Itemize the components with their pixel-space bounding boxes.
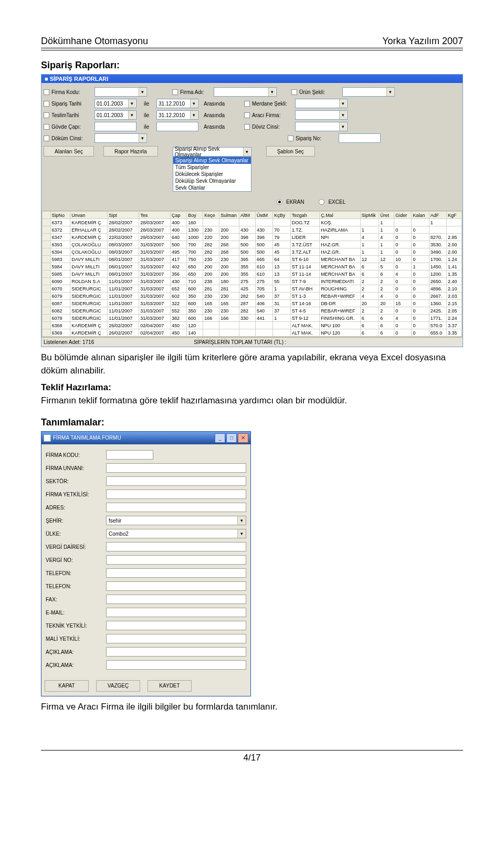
grid-header[interactable]: KgF [446, 212, 461, 219]
grid-header[interactable]: Tezgah [290, 212, 319, 219]
table-row[interactable]: 6070SIDERURGIC11/01/200731/03/2007652600… [43, 285, 462, 293]
vazgec-button[interactable]: VAZGEÇ [96, 680, 140, 692]
date-teslim-to[interactable]: 31.12.2010▾ [156, 110, 198, 120]
combo-merdane-sekli[interactable]: ▾ [295, 99, 348, 108]
form-input[interactable] [106, 660, 246, 670]
table-row[interactable]: 6372ERHALLAR Ç28/02/200728/03/2007400130… [43, 226, 462, 234]
filter-dropdown-item[interactable]: Dökülüp Sevk Olmayanlar [173, 178, 251, 184]
grid-header[interactable]: Çap [171, 212, 187, 219]
form-input[interactable] [106, 555, 246, 565]
combo-doviz-cinsi[interactable]: ▾ [295, 122, 348, 131]
table-row[interactable]: 5984DAVY MILLTI08/01/200731/03/200740265… [43, 263, 462, 270]
filter-type-dropdown[interactable]: Siparişi Alınıp Sevk OlmayanlarTüm Sipar… [173, 157, 251, 192]
filter-dropdown-item[interactable]: Dökülecek Siparişler [173, 171, 251, 178]
chk-merdane-sekli[interactable] [244, 101, 250, 107]
grid-header[interactable]: Boy [187, 212, 203, 219]
filter-dropdown-item[interactable]: Siparişi Alınıp Sevk Olmayanlar [173, 157, 251, 164]
table-row[interactable]: 6082SIDERURGIC11/01/200731/03/2007552350… [43, 307, 462, 315]
grid-header[interactable]: AltM [239, 212, 256, 219]
form-combo[interactable]: fsehir▾ [106, 516, 246, 525]
input-govde-capi-from[interactable] [94, 122, 136, 131]
chk-govde-capi[interactable] [44, 124, 49, 130]
chk-siparis-no[interactable] [288, 136, 293, 141]
chk-araci-firma[interactable] [244, 112, 250, 118]
grid-header[interactable]: Kalan [412, 212, 429, 219]
window-titlebar[interactable]: ■ SİPARİŞ RAPORLARI [41, 75, 463, 83]
radio-excel[interactable] [319, 199, 324, 205]
chk-siparis-tarihi[interactable] [44, 101, 49, 107]
table-row[interactable]: 6368KARDEMİR Ç26/02/200702/04/2007450120… [43, 322, 462, 329]
date-siparis-from[interactable]: 01.01.2003▾ [94, 99, 136, 108]
combo-firma-adi[interactable]: ▾ [214, 87, 277, 97]
form-input[interactable] [106, 568, 246, 578]
table-row[interactable]: 6369KARDEMİR Ç26/02/200702/04/2007450140… [43, 329, 462, 337]
grid-header[interactable]: Sulman [219, 212, 239, 219]
form-input[interactable] [106, 634, 246, 643]
form-input[interactable] [106, 621, 246, 630]
sablon-sec-button[interactable]: Şablon Seç [266, 146, 315, 157]
filter-dropdown-item[interactable]: Sevk Olanlar [173, 184, 251, 191]
chk-firma-adi[interactable] [172, 89, 178, 95]
grid-header[interactable]: SipNo [50, 212, 70, 219]
grid-header[interactable]: Keçe [203, 212, 219, 219]
grid-header[interactable]: Üret [379, 212, 394, 219]
chk-firma-kodu[interactable] [44, 89, 49, 95]
table-row[interactable]: 5983DAVY MILLTI08/01/200731/03/200741775… [43, 256, 462, 263]
grid-cell [429, 226, 446, 234]
table-row[interactable]: 6079SIDERURGIC11/01/200731/03/2007602350… [43, 293, 462, 300]
filter-type-combo[interactable]: Siparişi Alınıp Sevk Olmayanlar▾ [173, 147, 251, 157]
minimize-button[interactable]: _ [215, 433, 225, 443]
form-input[interactable] [106, 450, 153, 460]
grid-header[interactable]: Ç.Mal [320, 212, 361, 219]
form-input[interactable] [106, 476, 246, 486]
grid-header[interactable]: KçBy [273, 212, 290, 219]
rapor-hazirla-button[interactable]: Rapor Hazırla [103, 146, 158, 157]
radio-ekran[interactable] [277, 199, 282, 205]
table-row[interactable]: 6373KARDEMİR Ç28/02/200728/03/2007400160… [43, 219, 462, 226]
input-govde-capi-to[interactable] [156, 122, 198, 131]
grid-header[interactable]: Gider [394, 212, 412, 219]
table-row[interactable]: 6078SIDERURGIC11/01/200731/03/2007382600… [43, 315, 462, 322]
form-input[interactable] [106, 463, 246, 473]
table-row[interactable]: 5985DAVY MILLTI08/01/200731/03/200735665… [43, 270, 462, 278]
grid-header[interactable]: ÜstM [256, 212, 273, 219]
grid-header[interactable]: Unvan [70, 212, 108, 219]
table-row[interactable]: 6394ÇOLAKOĞLU08/03/200731/03/20074957002… [43, 248, 462, 256]
form-input[interactable] [106, 608, 246, 617]
date-siparis-to[interactable]: 31.12.2010▾ [156, 99, 198, 108]
grid-header[interactable]: AdF [429, 212, 446, 219]
grid-header[interactable]: SipMik [360, 212, 379, 219]
input-siparis-no[interactable] [339, 133, 381, 143]
grid-header[interactable]: Tes [139, 212, 171, 219]
table-row[interactable]: 6090ROLDAN S.A11/01/200731/03/2007430710… [43, 278, 462, 285]
grid-cell: 2.00 [446, 241, 461, 248]
form-input[interactable] [106, 542, 246, 551]
form-titlebar[interactable]: FİRMA TANIMLAMA FORMU _ □ ✕ [41, 432, 250, 444]
form-input[interactable] [106, 647, 246, 657]
close-button[interactable]: ✕ [238, 433, 248, 443]
date-teslim-from[interactable]: 01.01.2003▾ [94, 110, 136, 120]
chk-doviz-cinsi[interactable] [244, 124, 250, 130]
grid-header[interactable]: Sipt [108, 212, 139, 219]
kapat-button[interactable]: KAPAT [45, 680, 89, 692]
form-combo[interactable]: Combo2▾ [106, 529, 246, 538]
form-input[interactable] [106, 581, 246, 591]
alanlari-sec-button[interactable]: Alanları Seç [44, 146, 94, 157]
chk-urun-sekli[interactable] [291, 89, 297, 95]
combo-araci-firma[interactable]: ▾ [295, 110, 348, 120]
data-grid[interactable]: SipNoUnvanSiptTesÇapBoyKeçeSulmanAltMÜst… [41, 211, 463, 337]
combo-dokum-cinsi[interactable]: ▾ [94, 133, 147, 143]
table-row[interactable]: 6393ÇOLAKOĞLU08/03/200731/03/20075007002… [43, 241, 462, 248]
chk-teslim-tarihi[interactable] [44, 112, 49, 118]
kaydet-button[interactable]: KAYDET [148, 680, 192, 692]
combo-urun-sekli[interactable]: ▾ [342, 87, 395, 97]
form-input[interactable] [106, 503, 246, 512]
maximize-button[interactable]: □ [226, 433, 237, 443]
combo-firma-kodu[interactable]: ▾ [94, 87, 147, 97]
table-row[interactable]: 6347KARDEMİR Ç22/02/200729/03/2007640100… [43, 234, 462, 241]
form-input[interactable] [106, 595, 246, 604]
table-row[interactable]: 6087SIDERURGIC11/01/200731/03/2007322600… [43, 300, 462, 307]
form-input[interactable] [106, 490, 246, 499]
filter-dropdown-item[interactable]: Tüm Siparişler [173, 164, 251, 171]
chk-dokum-cinsi[interactable] [44, 136, 49, 141]
